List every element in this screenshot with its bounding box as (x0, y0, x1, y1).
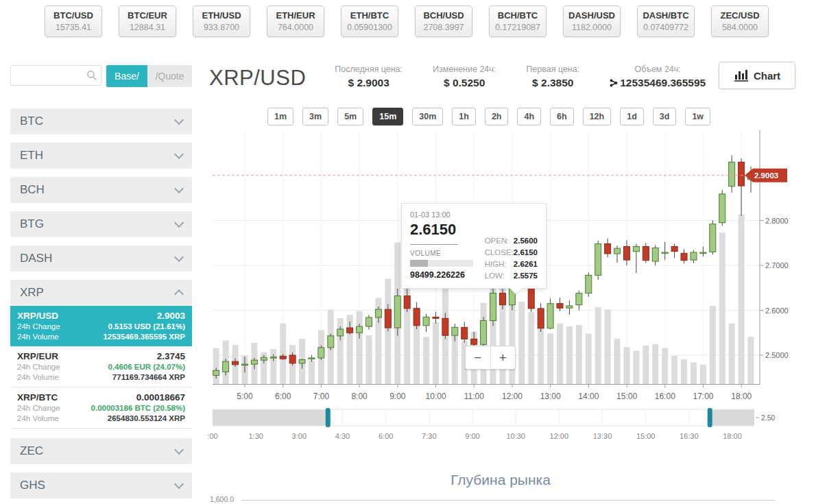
svg-text:8:00: 8:00 (351, 392, 368, 401)
svg-text:15:00: 15:00 (616, 392, 637, 401)
svg-text:18:00: 18:00 (731, 392, 752, 401)
tooltip-row: OPEN:2.5600 (485, 237, 538, 245)
tooltip-row-label: HIGH: (485, 260, 507, 268)
tooltip-volume-bar (410, 260, 473, 267)
svg-text:10:00: 10:00 (426, 392, 446, 401)
svg-text:12:00: 12:00 (502, 392, 523, 401)
tooltip-row: HIGH:2.6261 (485, 260, 538, 268)
svg-text:10:30: 10:30 (506, 432, 525, 440)
zoom-in-button[interactable]: + (491, 346, 516, 369)
tooltip-row: LOW:2.5575 (485, 272, 538, 280)
svg-text:11:00: 11:00 (464, 392, 484, 401)
tooltip-row-value: 2.5600 (514, 237, 538, 245)
chevron-down-icon (174, 479, 184, 489)
svg-text:17:00: 17:00 (693, 392, 714, 401)
svg-text:2.6000: 2.6000 (765, 307, 789, 315)
svg-text::00: :00 (207, 432, 217, 440)
tooltip-row: CLOSE:2.6150 (485, 248, 538, 256)
svg-text:3:00: 3:00 (292, 432, 307, 440)
svg-text:4:30: 4:30 (335, 432, 350, 440)
svg-text:16:30: 16:30 (680, 432, 699, 440)
svg-text:2.50: 2.50 (761, 413, 776, 422)
tooltip-row-value: 2.5575 (514, 272, 538, 280)
tooltip-ohlc: OPEN:2.5600CLOSE:2.6150HIGH:2.6261LOW:2.… (482, 221, 538, 280)
tooltip-date: 01-03 13:00 (410, 211, 538, 219)
svg-text:15:00: 15:00 (636, 432, 656, 440)
svg-text:13:30: 13:30 (593, 432, 612, 440)
candle-tooltip: 01-03 13:00 2.6150 VOLUME 98499.226226 O… (401, 203, 547, 289)
svg-text:2.5000: 2.5000 (765, 351, 789, 359)
svg-text:2.8000: 2.8000 (765, 217, 789, 225)
svg-text:14:00: 14:00 (578, 392, 599, 401)
svg-text:18:00: 18:00 (723, 432, 742, 440)
svg-text:9:00: 9:00 (465, 432, 479, 440)
svg-text:9:00: 9:00 (389, 392, 406, 401)
zoom-out-button[interactable]: − (466, 346, 490, 369)
sidebar-item-ghs[interactable]: GHS (10, 472, 192, 499)
tooltip-price: 2.6150 (410, 221, 482, 239)
depth-axis-line (241, 500, 775, 501)
svg-text:7:30: 7:30 (422, 432, 436, 440)
tooltip-volume-label: VOLUME (410, 250, 482, 257)
nav-handle-left[interactable] (326, 408, 331, 427)
market-depth-title: Глубина рынка (206, 472, 795, 488)
svg-text:1:30: 1:30 (248, 432, 263, 440)
zoom-controls: − + (465, 346, 516, 370)
svg-text:16:00: 16:00 (655, 392, 675, 401)
nav-handle-right[interactable] (708, 408, 712, 427)
tooltip-row-value: 2.6261 (514, 260, 538, 268)
depth-axis-label: 1,600.0 (210, 495, 234, 503)
svg-text:2.9003: 2.9003 (754, 171, 778, 180)
svg-text:6:00: 6:00 (379, 432, 393, 440)
tooltip-row-label: OPEN: (485, 237, 509, 245)
tooltip-volume-value: 98499.226226 (410, 270, 482, 280)
svg-text:13:00: 13:00 (540, 392, 561, 401)
svg-text:7:00: 7:00 (313, 392, 330, 401)
sidebar-item-label: GHS (20, 479, 45, 492)
tooltip-row-label: CLOSE: (485, 248, 514, 256)
tooltip-row-value: 2.6150 (514, 248, 538, 256)
tooltip-row-label: LOW: (485, 272, 505, 280)
svg-text:2.7000: 2.7000 (765, 261, 789, 269)
svg-text:12:00: 12:00 (550, 432, 569, 440)
svg-text:6:00: 6:00 (275, 392, 291, 401)
svg-text:5:00: 5:00 (237, 392, 253, 401)
